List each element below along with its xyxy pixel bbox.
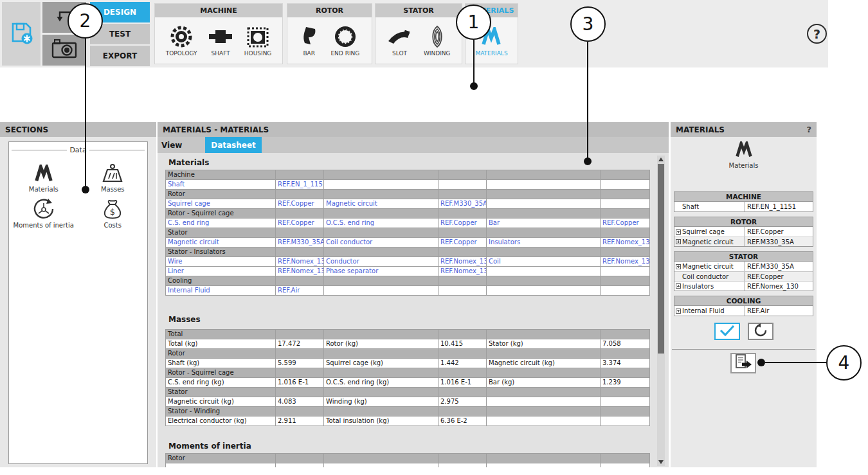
materials-m-icon xyxy=(735,141,753,161)
callout-dot xyxy=(82,186,89,193)
material-assignment-row[interactable]: Squirrel cage REF.Copper xyxy=(674,227,813,237)
table-row[interactable]: C.S. end ring REF.Copper O.C.S. end ring… xyxy=(166,219,650,228)
housing-icon xyxy=(246,24,269,49)
table-row: Machine xyxy=(166,170,650,180)
material-assignment-row[interactable]: Shaft REF.EN_1_1151 xyxy=(674,202,813,211)
material-assignment-row[interactable]: Coil conductor REF.Copper xyxy=(674,271,813,281)
shaft-icon xyxy=(208,24,233,49)
scroll-down-arrow[interactable] xyxy=(657,458,665,466)
table-row: Electrical conductor (kg) 2.911 Total in… xyxy=(166,417,650,426)
ribbon-item-winding[interactable]: WINDING xyxy=(424,24,451,57)
callout-1: 1 xyxy=(456,4,491,40)
callout-line xyxy=(473,40,475,84)
save-button[interactable] xyxy=(2,2,41,66)
material-assignment-row[interactable]: Internal Fluid REF.Air xyxy=(674,306,813,316)
help-button[interactable]: ? xyxy=(807,24,827,44)
material-assignment-row[interactable]: Magnetic circuit REF.M330_35A xyxy=(674,262,813,271)
ribbon-item-shaft[interactable]: SHAFT xyxy=(208,24,233,57)
materials-section-heading: Materials xyxy=(168,158,209,167)
inertia-icon xyxy=(32,199,55,220)
main-panel: MATERIALS - MATERIALS View Datasheet Mat… xyxy=(158,122,669,467)
group-rotor: ROTOR Squirrel cage REF.Copper Magnetic … xyxy=(674,217,813,247)
material-assignment-groups: MACHINE Shaft REF.EN_1_1151 ROTOR xyxy=(674,191,813,321)
table-row: Stator xyxy=(166,228,650,238)
table-row[interactable]: Shaft REF.EN_1_1151 xyxy=(166,180,650,190)
group-stator: STATOR Magnetic circuit REF.M330_35A Coi… xyxy=(674,251,813,291)
datasheet-tab-bar: View Datasheet xyxy=(158,137,669,153)
tab-datasheet[interactable]: Datasheet xyxy=(205,137,262,153)
tab-export[interactable]: EXPORT xyxy=(90,46,150,66)
table-row: C.S. end ring (kg) 1.016 E-1 O.C.S. end … xyxy=(166,378,650,388)
reset-button[interactable] xyxy=(748,323,773,340)
checkmark-icon xyxy=(719,324,736,339)
group-cooling: COOLING Internal Fluid REF.Air xyxy=(674,296,813,316)
ribbon-group-title: ROTOR xyxy=(287,4,372,17)
ribbon: DESIGN TEST EXPORT MACHINE TOPOLOGY xyxy=(0,0,828,67)
sections-panel: SECTIONS Data Materials xyxy=(0,122,156,467)
sections-panel-title: SECTIONS xyxy=(0,122,156,137)
group-machine: MACHINE Shaft REF.EN_1_1151 xyxy=(674,192,813,212)
material-assignment-row[interactable]: Insulators REF.Nomex_130 xyxy=(674,281,813,291)
expand-icon[interactable] xyxy=(676,239,681,244)
tab-view[interactable]: View xyxy=(158,137,205,153)
table-row: Rotor - Squirrel cage xyxy=(166,368,650,378)
table-row[interactable]: Squirrel cage REF.Copper Magnetic circui… xyxy=(166,199,650,209)
table-row[interactable]: Magnetic circuit REF.M330_35A Coil condu… xyxy=(166,238,650,247)
materials-logo-block: Materials xyxy=(671,141,817,169)
expand-icon[interactable] xyxy=(676,264,681,269)
ribbon-item-topology[interactable]: TOPOLOGY xyxy=(166,24,197,57)
table-row: Magnetic circuit (kg) 4.083 Winding (kg)… xyxy=(166,397,650,407)
table-row: Cooling xyxy=(166,276,650,286)
ribbon-group-title: MACHINE xyxy=(155,4,282,17)
table-row: Total (kg) 17.472 Rotor (kg) 10.415 Stat… xyxy=(166,339,650,349)
ribbon-item-housing[interactable]: HOUSING xyxy=(244,24,272,57)
inertia-section-heading: Moments of inertia xyxy=(168,442,251,451)
panel-help-button[interactable]: ? xyxy=(806,125,811,134)
money-bag-icon: $ xyxy=(102,199,123,220)
divider xyxy=(672,349,815,350)
svg-text:$: $ xyxy=(110,207,115,217)
callout-dot xyxy=(584,157,592,165)
expand-icon[interactable] xyxy=(676,309,681,314)
table-row[interactable]: Liner REF.Nomex_130 Phase separator REF.… xyxy=(166,267,650,276)
table-row: Rotor xyxy=(166,190,650,199)
table-row: Rotor xyxy=(166,349,650,359)
scrollbar-thumb[interactable] xyxy=(658,164,664,354)
data-group-label: Data xyxy=(12,146,145,154)
expand-icon[interactable] xyxy=(676,229,681,235)
sidebar-item-moments-of-inertia[interactable]: Moments of inertia xyxy=(9,195,78,231)
callout-3: 3 xyxy=(570,6,606,42)
sidebar-item-materials[interactable]: Materials xyxy=(9,159,78,195)
table-row: Rotor xyxy=(166,454,650,463)
apply-button[interactable] xyxy=(714,323,740,340)
table-row: Stator xyxy=(166,388,650,397)
ribbon-item-slot[interactable]: SLOT xyxy=(386,24,412,57)
camera-button[interactable] xyxy=(42,35,86,66)
camera-icon xyxy=(51,39,78,62)
ribbon-group-title: STATOR xyxy=(375,4,462,17)
table-row: Rotor - Squirrel cage xyxy=(166,209,650,219)
export-document-icon xyxy=(734,354,752,373)
table-row: Shaft (kg) 5.599 Squirrel cage (kg) 1.44… xyxy=(166,359,650,368)
export-button[interactable] xyxy=(730,353,756,373)
materials-logo-label: Materials xyxy=(729,162,759,169)
expand-icon[interactable] xyxy=(676,283,681,289)
app-screen: DESIGN TEST EXPORT MACHINE TOPOLOGY xyxy=(0,0,868,475)
sidebar-item-costs[interactable]: $ Costs xyxy=(78,195,148,231)
materials-properties-panel: MATERIALS ? Materials MACHINE Shaft REF.… xyxy=(671,122,817,467)
ribbon-item-bar[interactable]: BAR xyxy=(300,24,319,57)
table-row[interactable]: Internal Fluid REF.Air xyxy=(166,286,650,296)
save-icon xyxy=(8,19,35,49)
winding-icon xyxy=(427,24,448,49)
ribbon-item-end-ring[interactable]: END RING xyxy=(330,24,359,57)
vertical-scrollbar[interactable] xyxy=(657,156,665,466)
scroll-up-arrow[interactable] xyxy=(657,156,665,163)
materials-table: Machine Shaft REF.EN_1_1151 xyxy=(165,170,650,296)
side-panel-title: MATERIALS xyxy=(676,125,725,134)
materials-m-icon xyxy=(34,163,53,184)
table-row: Total xyxy=(166,330,650,339)
reset-arrow-icon xyxy=(754,323,768,340)
callout-2: 2 xyxy=(68,3,103,39)
table-row[interactable]: Wire REF.Nomex_130 Conductor REF.Nomex_1… xyxy=(166,257,650,267)
material-assignment-row[interactable]: Magnetic circuit REF.M330_35A xyxy=(674,237,813,246)
